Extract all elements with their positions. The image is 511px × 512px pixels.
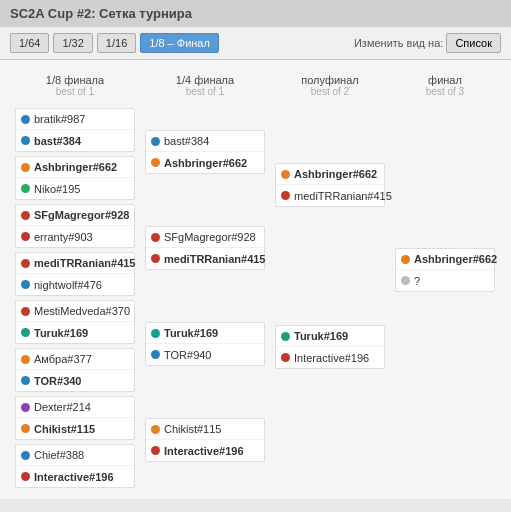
player-row: mediTRRanian#415 (146, 248, 264, 269)
round-column: 1/8 финалаbest of 1bratik#987bast#384Ash… (10, 70, 140, 489)
player-icon (21, 211, 30, 220)
player-icon (151, 350, 160, 359)
player-row: Ashbringer#662 (396, 249, 494, 270)
player-icon (21, 403, 30, 412)
round-name: 1/8 финала (14, 74, 136, 86)
player-name: Dexter#214 (34, 401, 91, 413)
player-name: Interactive#196 (34, 471, 114, 483)
player-row: mediTRRanian#415 (16, 253, 134, 274)
player-icon (151, 254, 160, 263)
player-name: Ashbringer#662 (414, 253, 497, 265)
player-icon (21, 355, 30, 364)
player-icon (151, 329, 160, 338)
round-header: 1/8 финалаbest of 1 (10, 70, 140, 101)
player-row: TOR#340 (16, 370, 134, 391)
player-icon (21, 259, 30, 268)
view-toggle-label: Изменить вид на: (354, 37, 443, 49)
round-column: 1/4 финалаbest of 1bast#384Ashbringer#66… (140, 70, 270, 463)
tab-1-16[interactable]: 1/16 (97, 33, 136, 53)
player-name: TOR#940 (164, 349, 212, 361)
round-bestof: best of 1 (144, 86, 266, 97)
player-icon (21, 472, 30, 481)
player-icon (151, 446, 160, 455)
round-header: 1/4 финалаbest of 1 (140, 70, 270, 101)
tab-1-8-final[interactable]: 1/8 – Финал (140, 33, 219, 53)
player-row: Ashbringer#662 (276, 164, 384, 185)
player-icon (151, 425, 160, 434)
match: SFgMagregor#928mediTRRanian#415 (145, 226, 265, 270)
player-name: Chikist#115 (34, 423, 95, 435)
player-name: Chikist#115 (164, 423, 221, 435)
player-name: Turuk#169 (294, 330, 348, 342)
match: Turuk#169Interactive#196 (275, 325, 385, 369)
page-title: SC2A Cup #2: Сетка турнира (10, 6, 192, 21)
match: bast#384Ashbringer#662 (145, 130, 265, 174)
match: Chikist#115Interactive#196 (145, 418, 265, 462)
round-bestof: best of 1 (14, 86, 136, 97)
player-icon (21, 115, 30, 124)
player-row: Chikist#115 (16, 418, 134, 439)
player-name: bratik#987 (34, 113, 85, 125)
player-name: mediTRRanian#415 (294, 190, 392, 202)
player-row: Interactive#196 (276, 347, 384, 368)
player-row: Dexter#214 (16, 397, 134, 418)
player-icon (21, 280, 30, 289)
player-name: ? (414, 275, 420, 287)
player-icon (21, 424, 30, 433)
match: Ashbringer#662mediTRRanian#415 (275, 163, 385, 207)
player-name: Turuk#169 (164, 327, 218, 339)
player-icon (401, 276, 410, 285)
player-name: Ashbringer#662 (164, 157, 247, 169)
player-name: TOR#340 (34, 375, 82, 387)
player-row: nightwolf#476 (16, 274, 134, 295)
player-name: bast#384 (34, 135, 81, 147)
header: SC2A Cup #2: Сетка турнира (0, 0, 511, 27)
player-icon (21, 136, 30, 145)
tab-1-64[interactable]: 1/64 (10, 33, 49, 53)
player-icon (281, 332, 290, 341)
player-name: Ashbringer#662 (34, 161, 117, 173)
round-bestof: best of 2 (274, 86, 386, 97)
view-toggle-button[interactable]: Список (446, 33, 501, 53)
player-row: Niko#195 (16, 178, 134, 199)
player-icon (21, 232, 30, 241)
match: Амбра#377TOR#340 (15, 348, 135, 392)
player-name: mediTRRanian#415 (164, 253, 265, 265)
player-name: Амбра#377 (34, 353, 92, 365)
round-name: полуфинал (274, 74, 386, 86)
player-icon (151, 137, 160, 146)
player-icon (281, 170, 290, 179)
player-row: TOR#940 (146, 344, 264, 365)
player-icon (21, 163, 30, 172)
player-name: erranty#903 (34, 231, 93, 243)
player-icon (281, 353, 290, 362)
tab-1-32[interactable]: 1/32 (53, 33, 92, 53)
match: Dexter#214Chikist#115 (15, 396, 135, 440)
round-name: финал (394, 74, 496, 86)
player-row: Ashbringer#662 (146, 152, 264, 173)
player-icon (21, 328, 30, 337)
player-icon (21, 184, 30, 193)
player-row: ? (396, 270, 494, 291)
player-name: SFgMagregor#928 (34, 209, 129, 221)
match: MestiMedveda#370Turuk#169 (15, 300, 135, 344)
player-name: MestiMedveda#370 (34, 305, 130, 317)
player-row: Turuk#169 (16, 322, 134, 343)
match: Ashbringer#662Niko#195 (15, 156, 135, 200)
round-name: 1/4 финала (144, 74, 266, 86)
player-name: Turuk#169 (34, 327, 88, 339)
round-column: полуфиналbest of 2Ashbringer#662mediTRRa… (270, 70, 390, 370)
player-row: Chief#388 (16, 445, 134, 466)
player-row: SFgMagregor#928 (146, 227, 264, 248)
round-header: финалbest of 3 (390, 70, 500, 101)
player-name: bast#384 (164, 135, 209, 147)
player-icon (401, 255, 410, 264)
player-name: Chief#388 (34, 449, 84, 461)
player-icon (21, 307, 30, 316)
player-icon (151, 233, 160, 242)
player-row: Turuk#169 (276, 326, 384, 347)
player-row: Chikist#115 (146, 419, 264, 440)
match: Chief#388Interactive#196 (15, 444, 135, 488)
player-icon (281, 191, 290, 200)
player-row: bast#384 (16, 130, 134, 151)
